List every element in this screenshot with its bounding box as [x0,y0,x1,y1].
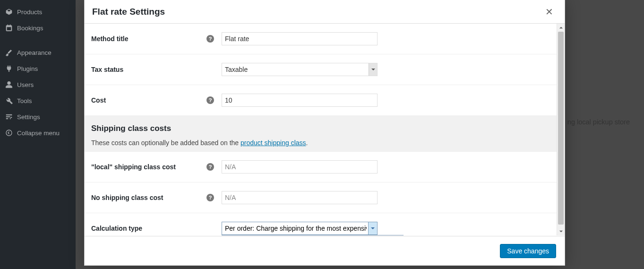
label-calculation-type: Calculation type [91,225,142,232]
sidebar-item-label: Collapse menu [17,130,60,137]
sidebar-item-settings[interactable]: Settings [0,109,76,125]
brush-icon [5,48,13,57]
row-no-class-cost: No shipping class cost [85,182,565,213]
row-calculation-type: Calculation type Per order: Charge shipp… [85,213,565,235]
help-icon[interactable] [206,163,214,171]
local-class-cost-input[interactable] [222,160,378,174]
sidebar-item-label: Appearance [17,49,52,56]
row-tax-status: Tax status Taxable [85,54,565,85]
sidebar-item-label: Settings [17,113,40,121]
modal-footer: Save changes [85,236,565,265]
svg-point-0 [6,130,12,136]
sidebar-item-collapse[interactable]: Collapse menu [0,125,76,141]
box-icon [5,8,13,16]
product-shipping-class-link[interactable]: product shipping class [240,139,306,147]
plug-icon [5,64,13,73]
sidebar-item-appearance[interactable]: Appearance [0,44,76,61]
shipping-class-heading: Shipping class costs [91,124,558,133]
label-method-title: Method title [91,35,129,43]
collapse-icon [5,129,13,137]
save-changes-button[interactable]: Save changes [500,244,556,258]
close-button[interactable]: ✕ [541,4,557,19]
sidebar-item-label: Plugins [17,65,38,72]
shipping-class-section: Shipping class costs These costs can opt… [85,115,565,151]
sidebar-item-label: Tools [17,97,32,104]
shipping-class-desc: These costs can optionally be added base… [91,139,558,147]
cost-input[interactable] [222,94,378,107]
label-local-class-cost: "local" shipping class cost [91,163,176,171]
user-icon [5,80,13,89]
row-method-title: Method title [85,24,565,54]
wrench-icon [5,96,13,105]
background-text-fragment: ng local pickup store [567,118,630,126]
calendar-icon [5,24,13,32]
modal-header: Flat rate Settings ✕ [85,0,565,24]
no-class-cost-input[interactable] [222,191,378,204]
scroll-thumb[interactable] [558,32,564,225]
row-cost: Cost [85,85,565,115]
sidebar-item-users[interactable]: Users [0,77,76,93]
modal-scrollbar[interactable] [557,24,565,235]
sliders-icon [5,113,13,121]
help-icon[interactable] [206,35,214,43]
chevron-down-icon [368,222,378,235]
scroll-up-arrow-icon[interactable] [557,24,565,32]
sidebar-item-bookings[interactable]: Bookings [0,20,76,36]
close-icon: ✕ [545,7,553,17]
tax-status-value: Taxable [225,66,248,73]
modal-title: Flat rate Settings [92,7,165,17]
sidebar-item-label: Products [17,9,42,16]
label-no-class-cost: No shipping class cost [91,194,163,201]
sidebar-item-plugins[interactable]: Plugins [0,61,76,77]
help-icon[interactable] [206,194,214,201]
label-cost: Cost [91,96,106,104]
sidebar-item-label: Bookings [17,25,43,32]
calculation-type-options: Per class: Charge shipping for each ship… [222,235,404,235]
method-title-input[interactable] [222,32,378,45]
calculation-type-select[interactable]: Per order: Charge shipping for the most … [222,222,378,235]
sidebar-item-products[interactable]: Products [0,4,76,20]
admin-sidebar: Products Bookings Appearance Plugins Use… [0,0,76,269]
calculation-type-selected: Per order: Charge shipping for the most … [225,225,367,232]
help-icon[interactable] [206,96,214,104]
flat-rate-settings-modal: Flat rate Settings ✕ Method title [84,0,565,266]
row-local-class-cost: "local" shipping class cost [85,151,565,182]
tax-status-select[interactable]: Taxable [222,63,378,76]
sidebar-item-tools[interactable]: Tools [0,93,76,109]
label-tax-status: Tax status [91,66,123,73]
modal-body[interactable]: Method title Tax status Taxable [85,24,565,235]
sidebar-item-label: Users [17,81,34,88]
chevron-down-icon [369,63,377,76]
scroll-down-arrow-icon[interactable] [557,227,565,235]
